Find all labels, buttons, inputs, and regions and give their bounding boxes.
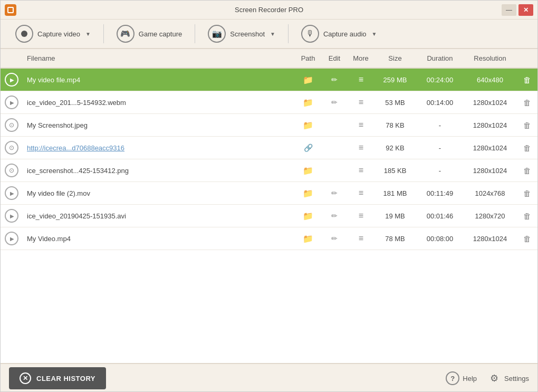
edit-pencil-icon[interactable]: ✏ bbox=[331, 189, 338, 197]
capture-video-button[interactable]: Capture video ▼ bbox=[9, 22, 97, 46]
row-path[interactable]: 📁 bbox=[295, 114, 321, 137]
table-row[interactable]: ⊙ice_screenshot...425-153412.png📁≡185 KB… bbox=[1, 159, 537, 182]
filename-link[interactable]: http://icecrea...d70688eacc9316 bbox=[27, 144, 124, 152]
col-delete bbox=[516, 49, 537, 68]
table-row[interactable]: ▶ice_video_20190425-151935.avi📁✏≡19 MB00… bbox=[1, 205, 537, 227]
more-menu-icon[interactable]: ≡ bbox=[359, 143, 363, 152]
delete-trash-icon[interactable]: 🗑 bbox=[523, 121, 531, 130]
edit-pencil-icon[interactable]: ✏ bbox=[331, 98, 338, 107]
row-delete[interactable]: 🗑 bbox=[516, 137, 537, 159]
help-button[interactable]: ? Help bbox=[446, 371, 477, 385]
play-button[interactable]: ▶ bbox=[5, 95, 18, 109]
row-more[interactable]: ≡ bbox=[348, 159, 374, 182]
row-edit[interactable]: ✏ bbox=[321, 68, 348, 91]
row-more[interactable]: ≡ bbox=[348, 114, 374, 137]
row-more[interactable]: ≡ bbox=[348, 182, 374, 205]
close-button[interactable]: ✕ bbox=[518, 4, 533, 16]
row-edit[interactable]: ✏ bbox=[321, 227, 348, 250]
row-path[interactable]: 📁 bbox=[295, 91, 321, 114]
row-delete[interactable]: 🗑 bbox=[516, 91, 537, 114]
capture-audio-label: Capture audio bbox=[323, 30, 367, 38]
more-menu-icon[interactable]: ≡ bbox=[359, 75, 363, 84]
row-edit[interactable]: ✏ bbox=[321, 182, 348, 205]
more-menu-icon[interactable]: ≡ bbox=[359, 98, 363, 107]
settings-button[interactable]: ⚙ Settings bbox=[487, 371, 529, 385]
edit-pencil-icon[interactable]: ✏ bbox=[331, 212, 338, 220]
more-menu-icon[interactable]: ≡ bbox=[359, 120, 363, 129]
folder-icon[interactable]: 📁 bbox=[303, 234, 313, 243]
delete-trash-icon[interactable]: 🗑 bbox=[523, 166, 531, 175]
capture-audio-button[interactable]: 🎙 Capture audio ▼ bbox=[295, 22, 383, 46]
play-button[interactable]: ▶ bbox=[5, 232, 18, 245]
screenshot-button[interactable]: 📷 Screenshot ▼ bbox=[201, 22, 282, 46]
table-row[interactable]: ▶ice_video_201...5-154932.webm📁✏≡53 MB00… bbox=[1, 91, 537, 114]
row-more[interactable]: ≡ bbox=[348, 91, 374, 114]
row-type-icon-cell: ▶ bbox=[1, 68, 23, 91]
game-capture-button[interactable]: 🎮 Game capture bbox=[110, 22, 188, 46]
folder-icon[interactable]: 📁 bbox=[303, 75, 313, 84]
app-icon-inner bbox=[7, 7, 14, 13]
row-path[interactable]: 📁 bbox=[295, 159, 321, 182]
delete-trash-icon[interactable]: 🗑 bbox=[523, 212, 531, 221]
row-duration: 00:11:49 bbox=[416, 182, 464, 205]
row-delete[interactable]: 🗑 bbox=[516, 205, 537, 227]
delete-trash-icon[interactable]: 🗑 bbox=[523, 234, 531, 243]
col-edit: Edit bbox=[321, 49, 348, 68]
folder-icon[interactable]: 📁 bbox=[303, 98, 313, 107]
table-row[interactable]: ⊙http://icecrea...d70688eacc9316🔗≡92 KB-… bbox=[1, 137, 537, 159]
minimize-button[interactable]: — bbox=[502, 4, 516, 16]
row-resolution: 1280x1024 bbox=[464, 137, 516, 159]
edit-pencil-icon[interactable]: ✏ bbox=[331, 75, 338, 84]
row-path[interactable]: 📁 bbox=[295, 68, 321, 91]
row-delete[interactable]: 🗑 bbox=[516, 114, 537, 137]
row-path[interactable]: 🔗 bbox=[295, 137, 321, 159]
table-row[interactable]: ▶My video file.mp4📁✏≡259 MB00:24:00640x4… bbox=[1, 68, 537, 91]
row-more[interactable]: ≡ bbox=[348, 205, 374, 227]
edit-pencil-icon[interactable]: ✏ bbox=[331, 234, 338, 243]
row-path[interactable]: 📁 bbox=[295, 205, 321, 227]
row-more[interactable]: ≡ bbox=[348, 137, 374, 159]
camera-icon: 📷 bbox=[212, 29, 222, 39]
capture-audio-icon: 🎙 bbox=[301, 25, 319, 43]
screenshot-label: Screenshot bbox=[230, 30, 265, 38]
table-row[interactable]: ▶My Video.mp4📁✏≡78 MB00:08:001280x1024🗑 bbox=[1, 227, 537, 250]
row-more[interactable]: ≡ bbox=[348, 68, 374, 91]
more-menu-icon[interactable]: ≡ bbox=[359, 188, 363, 197]
row-edit[interactable] bbox=[321, 159, 348, 182]
delete-trash-icon[interactable]: 🗑 bbox=[523, 189, 531, 198]
delete-trash-icon[interactable]: 🗑 bbox=[523, 144, 531, 152]
clear-history-label: CLEAR HISTORY bbox=[36, 375, 95, 383]
row-delete[interactable]: 🗑 bbox=[516, 159, 537, 182]
folder-icon[interactable]: 📁 bbox=[303, 212, 313, 221]
row-size: 19 MB bbox=[374, 205, 416, 227]
more-menu-icon[interactable]: ≡ bbox=[359, 234, 363, 243]
more-menu-icon[interactable]: ≡ bbox=[359, 166, 363, 175]
row-more[interactable]: ≡ bbox=[348, 227, 374, 250]
row-path[interactable]: 📁 bbox=[295, 227, 321, 250]
footer: ✕ CLEAR HISTORY ? Help ⚙ Settings bbox=[1, 363, 537, 392]
row-edit[interactable] bbox=[321, 137, 348, 159]
row-edit[interactable]: ✏ bbox=[321, 91, 348, 114]
delete-trash-icon[interactable]: 🗑 bbox=[523, 75, 531, 84]
row-delete[interactable]: 🗑 bbox=[516, 68, 537, 91]
play-button[interactable]: ▶ bbox=[5, 209, 18, 223]
row-filename[interactable]: http://icecrea...d70688eacc9316 bbox=[23, 137, 295, 159]
table-row[interactable]: ▶My video file (2).mov📁✏≡181 MB00:11:491… bbox=[1, 182, 537, 205]
folder-icon[interactable]: 📁 bbox=[303, 121, 313, 130]
row-edit[interactable]: ✏ bbox=[321, 205, 348, 227]
capture-video-icon bbox=[15, 25, 33, 43]
app-title: Screen Recorder PRO bbox=[235, 6, 303, 14]
play-button[interactable]: ▶ bbox=[5, 73, 18, 87]
clear-history-button[interactable]: ✕ CLEAR HISTORY bbox=[9, 367, 106, 389]
row-delete[interactable]: 🗑 bbox=[516, 227, 537, 250]
delete-trash-icon[interactable]: 🗑 bbox=[523, 98, 531, 107]
table-row[interactable]: ⊙My Screenshot.jpeg📁≡78 KB-1280x1024🗑 bbox=[1, 114, 537, 137]
more-menu-icon[interactable]: ≡ bbox=[359, 211, 363, 220]
row-delete[interactable]: 🗑 bbox=[516, 182, 537, 205]
row-path[interactable]: 📁 bbox=[295, 182, 321, 205]
capture-video-label: Capture video bbox=[37, 30, 80, 38]
play-button[interactable]: ▶ bbox=[5, 186, 18, 200]
folder-icon[interactable]: 📁 bbox=[303, 166, 313, 175]
folder-icon[interactable]: 📁 bbox=[303, 189, 313, 198]
row-edit[interactable] bbox=[321, 114, 348, 137]
